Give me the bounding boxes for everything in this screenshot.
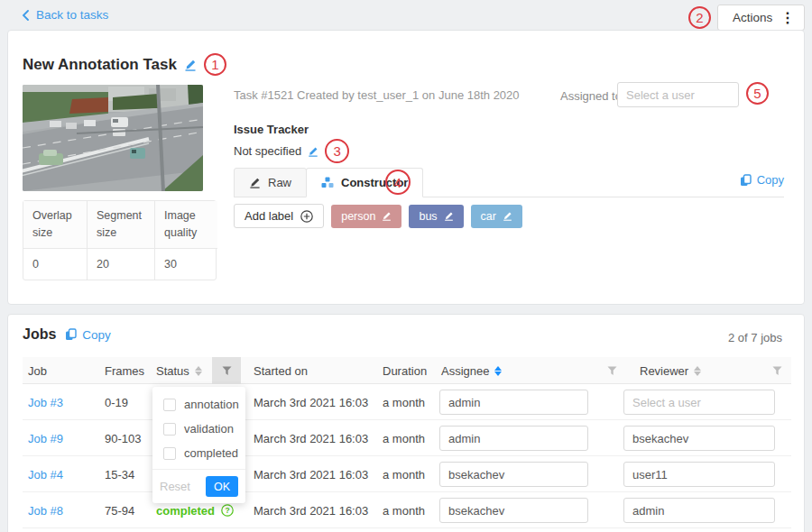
funnel-icon <box>222 366 232 376</box>
question-circle-icon[interactable]: ? <box>221 504 234 517</box>
reviewer-filter-button[interactable] <box>762 357 791 384</box>
copy-labels-label: Copy <box>757 173 784 187</box>
task-preview-image <box>23 85 203 191</box>
jobs-table-header: Job Frames Status Started on Duration As… <box>23 357 791 384</box>
funnel-icon <box>607 366 617 376</box>
callout-4: 4 <box>385 170 411 195</box>
blocks-icon <box>321 177 334 188</box>
job-link[interactable]: Job #9 <box>28 432 63 445</box>
copy-jobs-link[interactable]: Copy <box>65 328 111 342</box>
filter-option-completed[interactable]: completed <box>152 441 245 465</box>
callout-5: 5 <box>746 82 769 105</box>
back-link-label: Back to tasks <box>36 8 108 22</box>
param-value-quality: 30 <box>154 249 217 280</box>
job-status-completed: completed <box>156 504 215 518</box>
job-started: March 3rd 2021 16:03 <box>254 492 368 528</box>
task-details-card: New Annotation Task 1 <box>7 30 805 305</box>
column-reviewer-sort[interactable]: Reviewer <box>640 357 701 384</box>
labels-row: Add label person bus car <box>234 204 522 228</box>
add-label-button[interactable]: Add label <box>234 204 324 228</box>
callout-3: 3 <box>325 139 349 163</box>
status-filter-dropdown: annotation validation completed Reset OK <box>152 387 245 503</box>
more-vertical-icon: ⋮ <box>780 11 795 25</box>
plus-circle-icon <box>300 210 313 223</box>
status-filter-button[interactable] <box>212 357 241 384</box>
funnel-icon <box>772 366 782 376</box>
checkbox-validation[interactable] <box>163 423 176 436</box>
filter-reset-button[interactable]: Reset <box>160 480 190 493</box>
filter-option-validation-label: validation <box>184 422 234 436</box>
edit-label-icon[interactable] <box>503 211 512 221</box>
param-header-segment: Segment size <box>87 201 154 249</box>
job-assignee-input[interactable] <box>439 390 588 415</box>
job-reviewer-input[interactable] <box>623 462 775 487</box>
param-header-quality: Image quality <box>154 201 217 249</box>
filter-option-completed-label: completed <box>184 446 238 460</box>
filter-option-annotation[interactable]: annotation <box>152 392 245 417</box>
column-started: Started on <box>254 357 308 384</box>
jobs-count-text: 2 of 7 jobs <box>728 331 782 344</box>
job-link[interactable]: Job #3 <box>28 396 63 409</box>
job-frames: 75-94 <box>105 492 134 528</box>
job-assignee-input[interactable] <box>439 426 588 451</box>
job-link[interactable]: Job #4 <box>28 468 63 482</box>
filter-option-validation[interactable]: validation <box>152 417 245 441</box>
add-label-button-text: Add label <box>245 209 293 223</box>
job-assignee-input[interactable] <box>439 498 588 523</box>
job-reviewer-input[interactable] <box>623 390 775 415</box>
job-frames: 15-34 <box>105 456 134 492</box>
tab-raw[interactable]: Raw <box>234 168 307 197</box>
traffic-scene <box>23 85 203 191</box>
sort-icon <box>694 366 701 376</box>
task-parameters-table: Overlap size Segment size Image quality … <box>23 200 217 280</box>
pencil-icon <box>249 177 261 188</box>
task-page: Back to tasks 2 Actions ⋮ New Annotation… <box>0 0 812 532</box>
back-to-tasks-link[interactable]: Back to tasks <box>22 8 108 22</box>
actions-button[interactable]: Actions ⋮ <box>717 5 805 31</box>
jobs-card: Jobs Copy 2 of 7 jobs Job Frames Status <box>7 314 805 532</box>
job-reviewer-input[interactable] <box>623 426 775 451</box>
job-link[interactable]: Job #8 <box>28 504 63 518</box>
labels-tabbar: Raw Constructor Copy <box>234 168 784 197</box>
copy-icon <box>65 328 77 341</box>
assigned-to-input[interactable] <box>617 82 739 107</box>
job-assignee-input[interactable] <box>439 462 588 487</box>
label-chip-person[interactable]: person <box>331 205 401 228</box>
column-assignee-sort[interactable]: Assignee <box>441 357 502 384</box>
job-reviewer-input[interactable] <box>623 498 775 523</box>
job-row: Job #8 75-94 completed ? March 3rd 2021 … <box>23 492 791 528</box>
checkbox-annotation[interactable] <box>163 399 176 411</box>
edit-label-icon[interactable] <box>444 211 454 221</box>
param-value-overlap: 0 <box>23 249 87 280</box>
column-assignee-label: Assignee <box>441 364 489 378</box>
edit-issue-tracker-icon[interactable] <box>308 146 318 157</box>
label-chip-car[interactable]: car <box>471 205 522 228</box>
checkbox-completed[interactable] <box>163 447 176 460</box>
label-chip-bus-text: bus <box>419 210 437 223</box>
job-duration: a month <box>383 492 425 528</box>
chevron-left-icon <box>22 10 30 21</box>
edit-label-icon[interactable] <box>382 211 392 221</box>
issue-tracker-value: Not specified <box>234 144 301 158</box>
column-job: Job <box>28 357 47 384</box>
job-row: Job #3 0-19 March 3rd 2021 16:03 a month <box>23 384 791 420</box>
job-started: March 3rd 2021 16:03 <box>254 420 368 456</box>
column-reviewer-label: Reviewer <box>640 364 688 378</box>
job-frames: 0-19 <box>105 384 128 420</box>
job-row: Job #4 15-34 March 3rd 2021 16:03 a mont… <box>23 456 791 492</box>
jobs-title: Jobs <box>23 326 56 343</box>
label-chip-car-text: car <box>481 210 496 223</box>
filter-ok-button[interactable]: OK <box>206 476 238 497</box>
label-chip-bus[interactable]: bus <box>409 205 463 228</box>
column-status-sort[interactable]: Status <box>156 357 202 384</box>
job-duration: a month <box>383 456 425 492</box>
label-chip-person-text: person <box>341 210 375 223</box>
job-started: March 3rd 2021 16:03 <box>254 456 368 492</box>
column-status-label: Status <box>156 364 189 378</box>
edit-task-name-icon[interactable] <box>184 59 197 71</box>
column-duration: Duration <box>383 357 427 384</box>
copy-labels-link[interactable]: Copy <box>740 173 784 187</box>
issue-tracker-label: Issue Tracker <box>234 123 309 136</box>
assignee-filter-button[interactable] <box>597 357 626 384</box>
actions-button-label: Actions <box>733 11 772 24</box>
